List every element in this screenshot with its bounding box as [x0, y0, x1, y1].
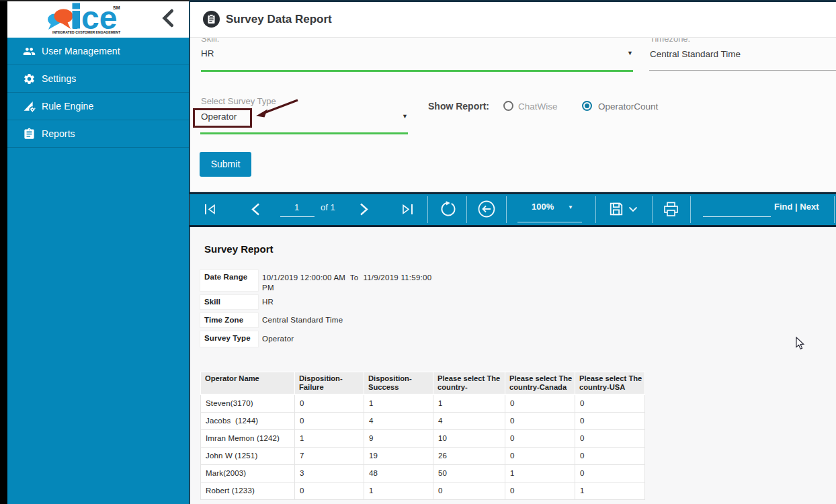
svg-text:INTEGRATED CUSTOMER ENGAGEMENT: INTEGRATED CUSTOMER ENGAGEMENT: [52, 30, 121, 34]
svg-text:SM: SM: [113, 5, 120, 10]
